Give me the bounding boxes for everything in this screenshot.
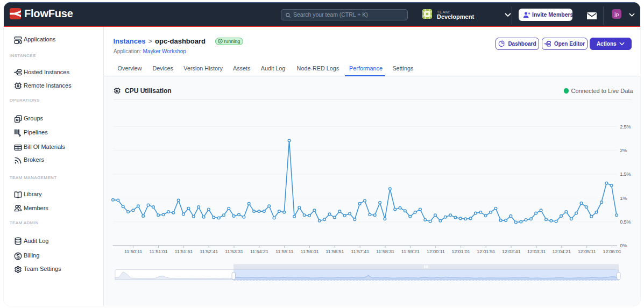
- svg-text:2.5%: 2.5%: [620, 124, 631, 130]
- svg-text:0%: 0%: [620, 243, 627, 248]
- svg-text:2%: 2%: [620, 148, 627, 153]
- svg-text:11:52:41: 11:52:41: [200, 249, 218, 254]
- svg-text:11:59:21: 11:59:21: [401, 249, 420, 254]
- svg-text:12:02:41: 12:02:41: [502, 249, 521, 254]
- svg-text:11:50:11: 11:50:11: [124, 249, 142, 254]
- svg-text:0.5%: 0.5%: [620, 219, 631, 225]
- svg-text:12:01:51: 12:01:51: [477, 249, 496, 254]
- svg-text:11:55:11: 11:55:11: [275, 249, 293, 254]
- svg-text:11:51:51: 11:51:51: [174, 249, 193, 254]
- svg-text:11:58:31: 11:58:31: [376, 249, 394, 254]
- svg-text:11:51:01: 11:51:01: [150, 249, 168, 254]
- svg-text:11:57:41: 11:57:41: [351, 249, 369, 254]
- svg-text:12:01:01: 12:01:01: [451, 249, 470, 254]
- svg-text:11:53:31: 11:53:31: [225, 249, 243, 254]
- svg-text:11:54:21: 11:54:21: [250, 249, 268, 254]
- svg-text:11:56:01: 11:56:01: [301, 249, 319, 254]
- svg-text:12:05:11: 12:05:11: [578, 249, 596, 254]
- svg-text:1.5%: 1.5%: [620, 171, 631, 177]
- svg-text:12:03:31: 12:03:31: [527, 249, 546, 254]
- svg-text:12:06:01: 12:06:01: [603, 249, 621, 254]
- svg-text:12:04:21: 12:04:21: [553, 249, 571, 254]
- svg-text:12:00:11: 12:00:11: [427, 249, 445, 254]
- svg-text:11:56:51: 11:56:51: [325, 249, 344, 254]
- svg-text:1%: 1%: [620, 196, 627, 201]
